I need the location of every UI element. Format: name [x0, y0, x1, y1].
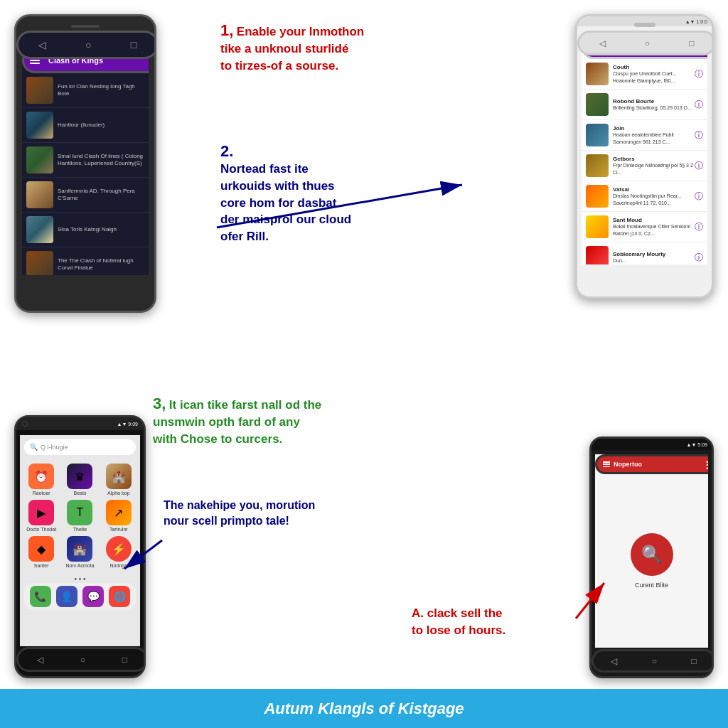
list-title: Sobleemary Mourty: [613, 251, 695, 257]
list-thumb: [586, 154, 609, 177]
list-subtitle: Frpr Dinlesige Niilnoatfngi pol 5§ 3 Z C…: [613, 162, 695, 175]
step3-number: 3,: [153, 395, 166, 412]
back-btn-tr[interactable]: ◁: [599, 38, 606, 48]
list-thumb: [586, 246, 609, 264]
list-item[interactable]: Joln Hoaoan eealoteniblee Publl Samorung…: [582, 120, 707, 151]
list-thumb: [586, 93, 609, 116]
list-title: Robond Bourte: [613, 98, 695, 105]
hamburger-icon-br[interactable]: [603, 461, 610, 467]
phone-bottom-right: ▲▼ 5:09 Nopertuo ⋮ 🔍 Curent Blite ◁ ○ □: [589, 437, 714, 678]
home-btn-bl[interactable]: ○: [80, 655, 85, 665]
app-icon[interactable]: ↗ Tartrulnr: [102, 500, 136, 532]
recent-btn-bl[interactable]: □: [122, 655, 127, 665]
app-icon-img: T: [67, 500, 92, 525]
game-thumb: [26, 216, 53, 243]
home-btn-tr[interactable]: ○: [645, 38, 650, 48]
screen-br: Nopertuo ⋮ 🔍 Curent Blite: [595, 454, 708, 648]
back-btn-tl[interactable]: ◁: [38, 39, 46, 50]
info-icon[interactable]: ⓘ: [695, 160, 703, 172]
list-thumb: [586, 124, 609, 146]
app-icon[interactable]: ⚡ Noringa: [102, 536, 136, 568]
more-icon-br[interactable]: ⋮: [702, 459, 708, 470]
list-subtitle: Hoaoan eealoteniblee Publl Samorungen 98…: [613, 132, 695, 144]
step2-text: Nortead fast iteurkouids with thuescore …: [220, 161, 462, 245]
list-item[interactable]: Hantlour (llunuder): [22, 108, 149, 143]
game-thumb: [26, 112, 53, 139]
game-title: Fun lol Clan Nesting long Tagh Bote: [58, 83, 144, 98]
dock-bar: 📞 👤 💬 🌐: [24, 583, 136, 610]
phone-speaker-tl: [71, 25, 100, 28]
step1-text: Enable your lnmothontike a unknoul sturl…: [220, 25, 364, 73]
list-item[interactable]: Couth Cluspu yoe Uneotbolt Cuet... Hoaon…: [582, 59, 707, 90]
app-icon-img: ◆: [28, 536, 54, 562]
list-title: Joln: [613, 125, 695, 132]
list-item[interactable]: Sobleemary Mourty Dun... ⓘ: [582, 242, 707, 264]
step3-annotation: 3, It ican tike farst nall od theunsmwin…: [153, 395, 395, 447]
phone-speaker-tr: [634, 23, 655, 27]
list-title: Sant Moud: [613, 217, 695, 223]
info-icon[interactable]: ⓘ: [695, 129, 703, 141]
app-icon[interactable]: ⏰ Raotoar: [24, 464, 58, 496]
recent-btn-tr[interactable]: □: [689, 38, 694, 48]
list-title: Vatsal: [613, 186, 695, 193]
search-icon-bl: 🔍: [30, 444, 38, 451]
search-bar-bl[interactable]: 🔍 Q l-lnugie: [24, 439, 136, 455]
list-item[interactable]: Sant Moud Bokal tnoalavenque Cltler Senl…: [582, 212, 707, 242]
info-icon[interactable]: ⓘ: [695, 252, 703, 264]
dock-contacts[interactable]: 👤: [56, 586, 77, 607]
nav-bar-tl: ◁ ○ □: [16, 31, 156, 59]
home-btn-br[interactable]: ○: [652, 656, 657, 666]
step2-number: 2.: [220, 142, 462, 161]
status-tr: ▲▼ 1:0:0: [685, 19, 707, 24]
list-item[interactable]: Fun lol Clan Nesting long Tagh Bote: [22, 73, 149, 108]
app-icon[interactable]: T Thelte: [63, 500, 97, 532]
back-btn-bl[interactable]: ◁: [37, 655, 43, 665]
list-subtitle: Bokal tnoalavenque Cltler Senloom Ratofe…: [613, 223, 695, 236]
info-icon[interactable]: ⓘ: [695, 221, 703, 233]
list-item[interactable]: Sloa Torls Katngl Naigh: [22, 213, 149, 247]
list-item[interactable]: Robond Bourte Brillenting Slowllong, 05.…: [582, 90, 707, 120]
phone-br-content: 🔍 Curent Blite: [595, 474, 708, 648]
list-item[interactable]: Vatsal Dinslas Nootingsttin pur Rear... …: [582, 181, 707, 212]
list-subtitle: Dinslas Nootingsttin pur Rear... Saverln…: [613, 193, 695, 205]
game-title: Smal lund Clash Of lines ( Colong Hantli…: [58, 153, 144, 168]
app-icon-img: ↗: [106, 500, 132, 525]
app-label: Docto Thodat: [26, 527, 56, 532]
step1-number: 1,: [220, 21, 233, 39]
info-icon[interactable]: ⓘ: [695, 68, 703, 80]
nav-bar-tr: ◁ ○ □: [577, 31, 714, 55]
footer: Autum Klangls of Kistgage: [0, 689, 728, 728]
phone-bottom-left: ▲▼ 9:09 🔍 Q l-lnugie ⏰ Raotoar ♛ Beats 🏰…: [14, 415, 146, 678]
app-icon[interactable]: ♛ Beats: [63, 464, 97, 496]
recent-btn-br[interactable]: □: [692, 656, 697, 666]
dock-chrome[interactable]: 🌐: [109, 586, 130, 607]
app-label: Beats: [74, 491, 87, 496]
recent-btn-tl[interactable]: □: [131, 39, 136, 50]
list-item[interactable]: Smal lund Clash Of lines ( Colong Hantli…: [22, 143, 149, 178]
phone-top-left: ▲▼ 5:05 Clash of Kings ⋮ Fun lol Clan Ne…: [14, 14, 156, 313]
screen-bl: 🔍 Q l-lnugie ⏰ Raotoar ♛ Beats 🏰 Alpha b…: [20, 435, 140, 646]
info-icon[interactable]: ⓘ: [695, 191, 703, 203]
app-label: Santer: [34, 563, 49, 568]
list-item[interactable]: Sanlfermnia AD. Through Pera C'Sarne: [22, 178, 149, 213]
step2-annotation: 2. Nortead fast iteurkouids with thuesco…: [220, 142, 462, 245]
game-title: The The Clash of Noferal lugh Conat Fina…: [58, 257, 144, 272]
game-title: Hantlour (llunuder): [58, 122, 105, 129]
info-icon[interactable]: ⓘ: [695, 99, 703, 111]
list-item[interactable]: Getbors Frpr Dinlesige Niilnoatfngi pol …: [582, 151, 707, 181]
dock-phone[interactable]: 📞: [30, 586, 51, 607]
app-icon[interactable]: 🏰 Alpha bop: [102, 464, 136, 496]
circle-search-button[interactable]: 🔍: [631, 533, 673, 576]
home-btn-tl[interactable]: ○: [85, 39, 91, 50]
dock-messages[interactable]: 💬: [82, 586, 104, 607]
app-icon-img: 🏰: [106, 464, 132, 489]
app-icon[interactable]: 🏰 Norv Acmota: [63, 536, 97, 568]
back-btn-br[interactable]: ◁: [611, 656, 617, 666]
game-thumb: [26, 181, 53, 208]
app-label: Thelte: [73, 527, 87, 532]
list-tr: Couth Cluspu yoe Uneotbolt Cuet... Hoaon…: [582, 59, 707, 264]
app-icon[interactable]: ◆ Santer: [24, 536, 58, 568]
list-subtitle: Cluspu yoe Uneotbolt Cuet... Hoaonmle Gl…: [613, 70, 695, 83]
app-icon[interactable]: ▶ Docto Thodat: [24, 500, 58, 532]
list-item[interactable]: The The Clash of Noferal lugh Conat Fina…: [22, 247, 149, 275]
